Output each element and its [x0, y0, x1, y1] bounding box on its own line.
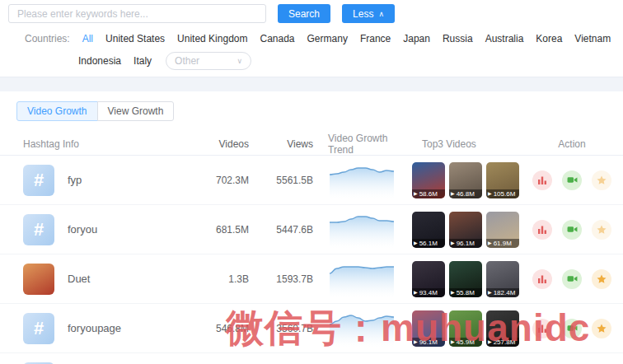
- video-thumbnail[interactable]: ▶61.9M: [486, 212, 519, 248]
- view-count-badge: ▶61.9M: [486, 239, 519, 248]
- favorite-button[interactable]: [592, 170, 611, 190]
- view-count-badge: ▶56.1M: [412, 239, 445, 248]
- play-icon: ▶: [451, 338, 455, 347]
- top3-videos: ▶58.6M▶46.8M▶105.6M: [410, 162, 532, 198]
- country-filter-canada[interactable]: Canada: [260, 33, 294, 44]
- table-row-partial: #: [0, 353, 623, 364]
- play-icon: ▶: [414, 239, 418, 248]
- video-button[interactable]: [562, 269, 582, 289]
- analytics-button[interactable]: [532, 220, 552, 240]
- play-icon: ▶: [414, 189, 418, 198]
- tab-view-growth[interactable]: View Growth: [97, 101, 175, 121]
- videos-count: 546.8M: [179, 323, 249, 334]
- column-header-top3-videos: Top3 Videos: [410, 138, 532, 150]
- chevron-down-icon: ∨: [237, 57, 242, 65]
- hashtag-name[interactable]: Duet: [68, 273, 90, 285]
- hashtag-name[interactable]: foryou: [68, 223, 97, 236]
- search-button-label: Search: [288, 8, 320, 20]
- table-header: Hashtag InfoVideosViewsVideo Growth Tren…: [0, 133, 623, 156]
- country-filter-japan[interactable]: Japan: [403, 33, 430, 44]
- video-thumbnail[interactable]: ▶182.4M: [486, 261, 519, 297]
- trend-sparkline: [330, 211, 394, 248]
- video-button[interactable]: [562, 220, 582, 240]
- analytics-button[interactable]: [532, 170, 552, 190]
- star-icon: [597, 324, 607, 334]
- views-count: 5447.6B: [249, 224, 313, 236]
- column-header-views: Views: [249, 138, 313, 150]
- video-thumbnail[interactable]: ▶96.1M: [449, 212, 482, 248]
- country-filter-all[interactable]: All: [82, 33, 93, 44]
- view-count-badge: ▶105.6M: [486, 189, 519, 198]
- analytics-button[interactable]: [532, 319, 552, 338]
- other-select-value: Other: [175, 55, 199, 67]
- bar-chart-icon: [537, 225, 547, 235]
- other-country-select[interactable]: Other ∨: [166, 52, 251, 70]
- country-filter-france[interactable]: France: [360, 33, 391, 44]
- favorite-button[interactable]: [592, 319, 611, 338]
- video-thumbnail[interactable]: ▶105.6M: [486, 162, 519, 198]
- table-row: # foryou 681.5M 5447.6B ▶56.1M▶96.1M▶61.…: [0, 205, 623, 254]
- table-row: # fyp 702.3M 5561.5B ▶58.6M▶46.8M▶105.6M: [0, 156, 623, 205]
- video-button[interactable]: [562, 319, 582, 338]
- play-icon: ▶: [488, 338, 492, 347]
- video-thumbnail[interactable]: ▶55.8M: [449, 261, 482, 297]
- view-count-badge: ▶257.8M: [486, 338, 519, 347]
- country-filter-united-kingdom[interactable]: United Kingdom: [177, 33, 247, 44]
- less-button[interactable]: Less ∧: [342, 4, 395, 23]
- star-icon: [597, 274, 607, 284]
- countries-label: Countries:: [25, 33, 70, 44]
- column-header-hashtag-info: Hashtag Info: [23, 138, 179, 150]
- less-button-label: Less: [353, 8, 373, 20]
- country-filter-australia[interactable]: Australia: [485, 33, 524, 44]
- hashtag-icon: #: [23, 165, 54, 196]
- top3-videos: ▶56.1M▶96.1M▶61.9M: [410, 212, 532, 248]
- countries-row-1: Countries: AllUnited StatesUnited Kingdo…: [25, 33, 623, 44]
- tab-video-growth[interactable]: Video Growth: [16, 101, 98, 121]
- view-count-badge: ▶93.4M: [412, 288, 445, 297]
- favorite-button[interactable]: [592, 220, 611, 240]
- analytics-button[interactable]: [532, 269, 552, 289]
- top3-videos: ▶93.4M▶55.8M▶182.4M: [410, 261, 532, 297]
- trend-sparkline: [330, 260, 394, 297]
- play-icon: ▶: [451, 189, 455, 198]
- hashtag-icon: #: [23, 313, 54, 344]
- video-thumbnail[interactable]: ▶58.6M: [412, 162, 445, 198]
- play-icon: ▶: [488, 189, 492, 198]
- view-count-badge: ▶45.9M: [449, 338, 482, 347]
- views-count: 5561.5B: [249, 175, 313, 186]
- video-thumbnail[interactable]: ▶257.8M: [486, 310, 519, 347]
- videos-count: 1.3B: [179, 273, 249, 285]
- video-thumbnail[interactable]: ▶56.1M: [412, 212, 445, 248]
- country-filter-germany[interactable]: Germany: [307, 33, 348, 44]
- column-header-action: Action: [532, 138, 611, 150]
- search-button[interactable]: Search: [278, 4, 330, 23]
- star-icon: [597, 175, 607, 185]
- country-filter-vietnam[interactable]: Vietnam: [574, 33, 611, 44]
- play-icon: ▶: [488, 239, 492, 248]
- hashtag-table: Hashtag InfoVideosViewsVideo Growth Tren…: [0, 133, 623, 364]
- video-thumbnail[interactable]: ▶45.9M: [449, 310, 482, 347]
- video-thumbnail[interactable]: ▶46.8M: [449, 162, 482, 198]
- view-count-badge: ▶182.4M: [486, 288, 519, 297]
- country-filter-korea[interactable]: Korea: [536, 33, 562, 44]
- videos-count: 702.3M: [179, 175, 249, 186]
- video-button[interactable]: [562, 170, 582, 190]
- view-count-badge: ▶58.6M: [412, 189, 445, 198]
- hashtag-name[interactable]: foryoupage: [68, 322, 121, 334]
- search-input[interactable]: [8, 4, 266, 23]
- bar-chart-icon: [537, 324, 547, 334]
- video-camera-icon: [567, 324, 578, 333]
- country-filter-united-states[interactable]: United States: [105, 33, 165, 44]
- table-row: Duet 1.3B 1593.7B ▶93.4M▶55.8M▶182.4M: [0, 254, 623, 304]
- hashtag-name[interactable]: fyp: [68, 174, 82, 186]
- video-thumbnail[interactable]: ▶93.4M: [412, 261, 445, 297]
- table-body: # fyp 702.3M 5561.5B ▶58.6M▶46.8M▶105.6M: [0, 156, 623, 353]
- view-count-badge: ▶96.1M: [412, 338, 445, 347]
- favorite-button[interactable]: [592, 269, 611, 289]
- country-filter-italy[interactable]: Italy: [134, 55, 152, 67]
- video-camera-icon: [567, 225, 578, 234]
- country-filter-indonesia[interactable]: Indonesia: [78, 55, 121, 67]
- country-filter-russia[interactable]: Russia: [443, 33, 473, 44]
- video-thumbnail[interactable]: ▶96.1M: [412, 310, 445, 347]
- view-count-badge: ▶46.8M: [449, 189, 482, 198]
